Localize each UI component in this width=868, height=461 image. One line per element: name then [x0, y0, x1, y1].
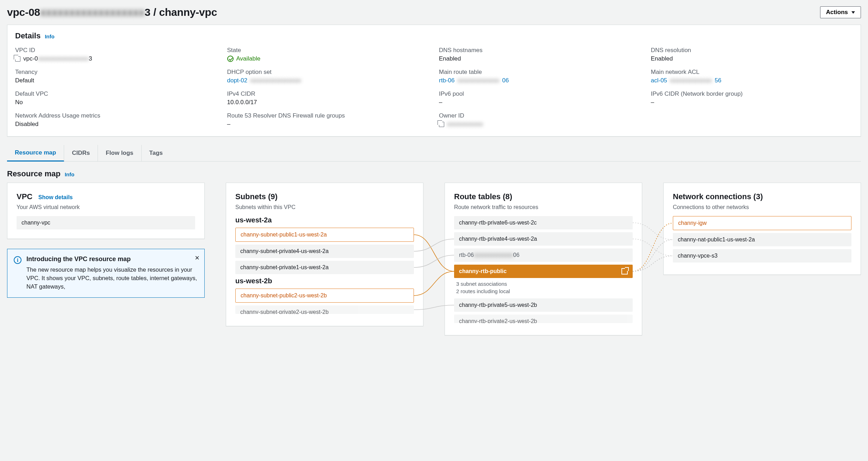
detail-vpc-id: VPC ID vpc-0xxxxxxxxxxxxxxxxx3	[15, 47, 217, 62]
route-table-meta: 3 subnet associations2 routes including …	[456, 280, 633, 295]
details-panel: Details Info VPC ID vpc-0xxxxxxxxxxxxxxx…	[7, 25, 861, 137]
subnet-chip[interactable]: channy-subnet-private1-us-west-2a	[235, 261, 414, 274]
connection-chip[interactable]: channy-nat-public1-us-west-2a	[673, 233, 851, 246]
tab-tags[interactable]: Tags	[142, 145, 170, 161]
tab-flow-logs[interactable]: Flow logs	[98, 145, 141, 161]
chevron-down-icon	[851, 11, 855, 14]
actions-button[interactable]: Actions	[820, 6, 861, 18]
route-table-chip[interactable]: rtb-06xxxxxxxxxxxxxx06	[454, 248, 633, 262]
resource-map-title: Resource map	[7, 169, 61, 178]
route-tables-sub: Route network traffic to resources	[454, 204, 633, 210]
infobox-body: The new resource map helps you visualize…	[26, 266, 198, 291]
vpc-name-chip[interactable]: channy-vpc	[17, 216, 195, 229]
tabs: Resource map CIDRs Flow logs Tags	[7, 145, 861, 162]
tab-resource-map[interactable]: Resource map	[7, 145, 64, 162]
route-table-chip[interactable]: channy-rtb-private5-us-west-2b	[454, 298, 633, 312]
detail-state: State Available	[227, 47, 429, 62]
route-table-chip[interactable]: channy-rtb-private4-us-west-2a	[454, 232, 633, 246]
connections-card: Network connections (3) Connections to o…	[663, 183, 861, 275]
vpc-card-sub: Your AWS virtual network	[17, 204, 195, 210]
zone-label: us-west-2b	[235, 277, 414, 285]
connections-sub: Connections to other networks	[673, 204, 851, 210]
route-table-chip[interactable]: channy-rtb-public	[454, 265, 633, 278]
connections-title: Network connections (3)	[673, 192, 763, 201]
detail-dns-resolution: DNS resolution Enabled	[651, 47, 853, 62]
subnets-card: Subnets (9) Subnets within this VPC us-w…	[226, 183, 423, 326]
infobox-title: Introducing the VPC resource map	[26, 255, 198, 263]
detail-ipv4-cidr: IPv4 CIDR 10.0.0.0/17	[227, 90, 429, 106]
zone-label: us-west-2a	[235, 216, 414, 224]
subnets-title: Subnets (9)	[235, 192, 278, 201]
route-table-chip[interactable]: channy-rtb-private2-us-west-2b	[454, 315, 633, 323]
detail-ipv6-pool: IPv6 pool –	[439, 90, 641, 106]
subnet-chip[interactable]: channy-subnet-public1-us-west-2a	[235, 228, 414, 242]
route-table-chip[interactable]: channy-rtb-private6-us-west-2c	[454, 216, 633, 229]
detail-main-nacl: Main network ACL acl-05xxxxxxxxxxxxxx56	[651, 69, 853, 84]
detail-main-route-table: Main route table rtb-06xxxxxxxxxxxxxx06	[439, 69, 641, 84]
info-icon: i	[14, 256, 21, 264]
subnet-chip[interactable]: channy-subnet-private2-us-west-2b	[235, 305, 414, 314]
close-icon[interactable]: ×	[195, 253, 199, 263]
detail-tenancy: Tenancy Default	[15, 69, 217, 84]
detail-owner-id: Owner ID xxxxxxxxxxxx	[439, 112, 641, 128]
actions-label: Actions	[826, 9, 848, 16]
check-circle-icon	[227, 56, 234, 62]
detail-r53: Route 53 Resolver DNS Firewall rule grou…	[227, 112, 429, 128]
infobox: i Introducing the VPC resource map The n…	[7, 249, 205, 298]
main-nacl-link[interactable]: acl-05xxxxxxxxxxxxxx56	[651, 77, 853, 84]
copy-icon[interactable]	[439, 122, 444, 127]
copy-icon[interactable]	[15, 56, 20, 62]
detail-nau: Network Address Usage metrics Disabled	[15, 112, 217, 128]
resource-map-info-link[interactable]: Info	[65, 171, 75, 177]
detail-ipv6-cidr: IPv6 CIDR (Network border group) –	[651, 90, 853, 106]
subnet-chip[interactable]: channy-subnet-public2-us-west-2b	[235, 289, 414, 303]
details-title: Details	[15, 31, 41, 40]
connection-chip[interactable]: channy-vpce-s3	[673, 249, 851, 263]
tab-cidrs[interactable]: CIDRs	[64, 145, 98, 161]
show-details-link[interactable]: Show details	[38, 194, 73, 200]
subnets-sub: Subnets within this VPC	[235, 204, 414, 210]
route-tables-card: Route tables (8) Route network traffic t…	[445, 183, 642, 335]
dhcp-link[interactable]: dopt-02xxxxxxxxxxxxxxxxx	[227, 77, 429, 84]
vpc-card-title: VPC	[17, 192, 32, 201]
detail-default-vpc: Default VPC No	[15, 90, 217, 106]
vpc-card: VPC Show details Your AWS virtual networ…	[7, 183, 205, 239]
external-link-icon[interactable]	[621, 268, 628, 274]
route-tables-title: Route tables (8)	[454, 192, 512, 201]
subnet-chip[interactable]: channy-subnet-private4-us-west-2a	[235, 245, 414, 258]
details-info-link[interactable]: Info	[45, 33, 55, 39]
detail-dns-hostnames: DNS hostnames Enabled	[439, 47, 641, 62]
page-title: vpc-08xxxxxxxxxxxxxxxxxx3 / channy-vpc	[7, 6, 217, 18]
detail-dhcp: DHCP option set dopt-02xxxxxxxxxxxxxxxxx	[227, 69, 429, 84]
main-route-table-link[interactable]: rtb-06xxxxxxxxxxxxxx06	[439, 77, 641, 84]
connection-chip[interactable]: channy-igw	[673, 216, 851, 230]
